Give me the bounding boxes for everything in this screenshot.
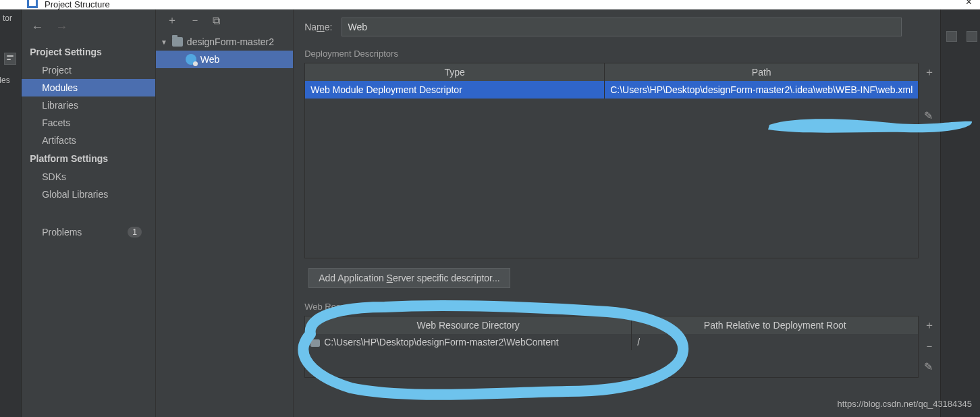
- table-row[interactable]: C:\Users\HP\Desktop\designForm-master2\W…: [305, 334, 918, 350]
- tree-row-label: designForm-master2: [187, 36, 274, 47]
- section-heading-project: Project Settings: [22, 43, 155, 61]
- svg-rect-1: [29, 0, 36, 6]
- sidebar-item-project[interactable]: Project: [22, 61, 155, 79]
- tree-row-web-facet[interactable]: Web: [156, 51, 293, 68]
- sidebar-item-global-libraries[interactable]: Global Libraries: [22, 186, 155, 203]
- nav-arrows: ← →: [22, 16, 155, 43]
- problems-badge: 1: [128, 227, 142, 238]
- name-input[interactable]: [342, 18, 902, 36]
- add-icon[interactable]: ＋: [924, 65, 940, 80]
- deployment-descriptors-table: Type Path Web Module Deployment Descript…: [304, 63, 919, 258]
- name-row: Name:: [294, 18, 940, 46]
- sidebar-item-facets[interactable]: Facets: [22, 114, 155, 132]
- cell-directory: C:\Users\HP\Desktop\designForm-master2\W…: [305, 334, 632, 350]
- cell-path: C:\Users\HP\Desktop\designForm-master2\.…: [605, 81, 918, 99]
- sidebar-item-libraries[interactable]: Libraries: [22, 96, 155, 114]
- folder-icon: [172, 37, 183, 47]
- table-empty-area: [305, 99, 918, 258]
- deployment-descriptors-label: Deployment Descriptors: [294, 46, 940, 63]
- add-server-descriptor-button[interactable]: Add Application Server specific descript…: [308, 268, 510, 288]
- watermark: https://blog.csdn.net/qq_43184345: [838, 399, 973, 409]
- edit-icon[interactable]: ✎: [924, 109, 940, 122]
- facet-content: Name: Deployment Descriptors Type Path W…: [294, 9, 940, 417]
- table-header: Type Path: [305, 63, 918, 81]
- toolbar-icon: [946, 31, 957, 42]
- col-header-path: Path: [605, 63, 918, 81]
- cell-relative: /: [632, 334, 918, 350]
- sidebar-item-label: Project: [42, 65, 72, 76]
- sidebar-item-label: Global Libraries: [42, 189, 108, 200]
- col-header-directory: Web Resource Directory: [305, 316, 632, 334]
- sidebar-item-label: Artifacts: [42, 135, 76, 146]
- web-resource-table: Web Resource Directory Path Relative to …: [304, 316, 919, 378]
- section-heading-platform: Platform Settings: [22, 149, 155, 168]
- col-header-type: Type: [305, 63, 605, 81]
- sidebar-item-problems[interactable]: Problems 1: [22, 223, 155, 241]
- forward-icon: →: [55, 20, 67, 34]
- main-area: tor \des ← → Project Settings Project Mo…: [0, 9, 980, 417]
- caret-down-icon[interactable]: ▼: [160, 38, 168, 46]
- back-icon[interactable]: ←: [31, 20, 43, 34]
- webres-side-buttons: ＋ － ✎: [919, 316, 940, 378]
- window-title: Project Structure: [45, 0, 110, 9]
- cell-type: Web Module Deployment Descriptor: [305, 81, 605, 99]
- table-row[interactable]: Web Module Deployment Descriptor C:\User…: [305, 81, 918, 99]
- tree-toolbar: ＋ － ⧉: [156, 9, 293, 32]
- titlebar: Project Structure ×: [0, 0, 980, 9]
- sidebar-item-artifacts[interactable]: Artifacts: [22, 132, 155, 149]
- editor-right-remnant: [940, 9, 980, 417]
- deployment-descriptors-table-wrap: Type Path Web Module Deployment Descript…: [304, 63, 940, 258]
- sidebar-item-label: Libraries: [42, 100, 78, 111]
- sidebar-item-modules[interactable]: Modules: [22, 79, 155, 96]
- sidebar-item-sdks[interactable]: SDKs: [22, 168, 155, 186]
- copy-icon[interactable]: ⧉: [213, 15, 220, 27]
- web-resource-directories-label: Web Resource Directories: [294, 295, 940, 316]
- sidebar-item-label: Modules: [42, 82, 78, 93]
- filter-icon: [4, 53, 16, 65]
- sidebar-item-label: Facets: [42, 117, 70, 128]
- module-tree: ▼ designForm-master2 Web: [156, 32, 293, 68]
- remove-icon[interactable]: －: [924, 339, 940, 354]
- web-resource-table-wrap: Web Resource Directory Path Relative to …: [304, 316, 940, 378]
- remove-icon[interactable]: －: [190, 13, 200, 28]
- settings-sidebar: ← → Project Settings Project Modules Lib…: [22, 9, 156, 417]
- remnant-text: tor: [3, 13, 12, 23]
- table-header: Web Resource Directory Path Relative to …: [305, 316, 918, 334]
- web-facet-icon: [186, 54, 196, 65]
- sidebar-item-label: SDKs: [42, 171, 66, 182]
- col-header-relative: Path Relative to Deployment Root: [632, 316, 918, 334]
- edit-icon[interactable]: ✎: [924, 360, 940, 373]
- app-icon: [27, 0, 38, 8]
- project-structure-window: Project Structure × tor \des ← → Project…: [0, 0, 980, 417]
- sidebar-item-label: Problems: [42, 227, 82, 238]
- table-empty-area: [305, 350, 918, 377]
- tree-row-label: Web: [200, 54, 220, 65]
- name-label: Name:: [304, 22, 332, 32]
- tree-row-module[interactable]: ▼ designForm-master2: [156, 33, 293, 51]
- add-icon[interactable]: ＋: [167, 13, 178, 28]
- close-icon[interactable]: ×: [966, 0, 972, 8]
- remnant-text-2: \des: [0, 76, 10, 85]
- toolbar-icon: [967, 31, 977, 42]
- folder-icon: [310, 339, 320, 347]
- add-icon[interactable]: ＋: [924, 318, 940, 333]
- editor-left-remnant: tor \des: [0, 9, 22, 417]
- module-tree-panel: ＋ － ⧉ ▼ designForm-master2 Web: [156, 9, 294, 417]
- descriptor-side-buttons: ＋ ✎: [919, 63, 940, 258]
